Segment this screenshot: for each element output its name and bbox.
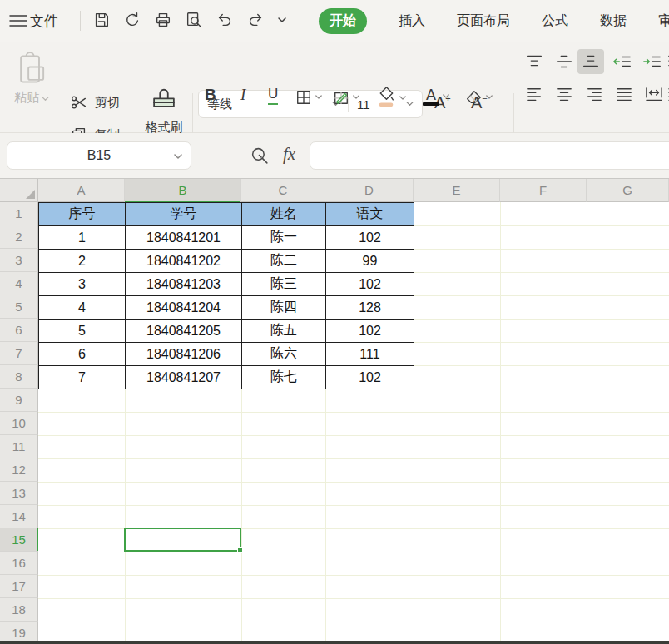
- cell-B6[interactable]: 1840841205: [126, 320, 242, 343]
- row-header-7[interactable]: 7: [0, 342, 38, 365]
- cell-D3[interactable]: 99: [326, 250, 414, 273]
- tab-数据[interactable]: 数据: [600, 12, 627, 30]
- row-header-3[interactable]: 3: [0, 249, 38, 272]
- fx-icon[interactable]: fx: [283, 144, 295, 165]
- column-header-C[interactable]: C: [241, 179, 325, 202]
- cell-B7[interactable]: 1840841206: [126, 343, 242, 366]
- row-header-12[interactable]: 12: [0, 458, 38, 482]
- column-header-D[interactable]: D: [325, 179, 414, 202]
- align-right-button[interactable]: [581, 83, 607, 107]
- cell-D7[interactable]: 111: [326, 343, 414, 366]
- main-menu-icon[interactable]: [9, 14, 27, 27]
- cell-B5[interactable]: 1840841204: [126, 296, 242, 320]
- cell-C4[interactable]: 陈三: [242, 273, 326, 296]
- cell-A3[interactable]: 2: [39, 250, 126, 273]
- row-header-13[interactable]: 13: [0, 482, 38, 505]
- cell-B3[interactable]: 1840841202: [126, 250, 242, 273]
- font-color-button[interactable]: A: [423, 87, 449, 106]
- cell-A5[interactable]: 4: [39, 296, 126, 320]
- cell-D1[interactable]: 语文: [326, 203, 414, 226]
- print-preview-icon[interactable]: [184, 9, 204, 31]
- align-left-button[interactable]: [521, 83, 548, 107]
- tab-公式[interactable]: 公式: [542, 12, 568, 30]
- undo-icon[interactable]: [215, 9, 235, 31]
- clipped-tool-button[interactable]: [664, 83, 669, 107]
- name-box[interactable]: B15: [7, 141, 191, 170]
- cell-B4[interactable]: 1840841203: [126, 273, 242, 296]
- cell-C1[interactable]: 姓名: [242, 203, 326, 226]
- row-header-11[interactable]: 11: [0, 435, 38, 458]
- row-header-18[interactable]: 18: [0, 598, 38, 622]
- cell-D5[interactable]: 128: [326, 296, 414, 320]
- formula-input[interactable]: [310, 141, 669, 170]
- row-header-10[interactable]: 10: [0, 412, 38, 435]
- save-icon[interactable]: [92, 9, 112, 31]
- draw-border-button[interactable]: [333, 89, 359, 106]
- align-middle-button[interactable]: [551, 50, 577, 73]
- eraser-button[interactable]: [464, 89, 493, 106]
- redo-icon[interactable]: [245, 9, 265, 31]
- cell-B8[interactable]: 1840841207: [126, 366, 242, 389]
- cell-C2[interactable]: 陈一: [242, 226, 326, 250]
- clipped-tool-button[interactable]: [664, 50, 669, 73]
- export-pdf-icon[interactable]: [122, 9, 142, 31]
- cell-C5[interactable]: 陈四: [242, 296, 326, 320]
- justify-button[interactable]: [611, 83, 637, 107]
- indent-increase-button[interactable]: [639, 50, 666, 73]
- borders-button[interactable]: [295, 89, 322, 106]
- format-painter-button[interactable]: 格式刷: [136, 87, 191, 136]
- cell-C8[interactable]: 陈七: [242, 366, 326, 389]
- row-header-15[interactable]: 15: [0, 528, 38, 552]
- row-header-17[interactable]: 17: [0, 575, 38, 598]
- tab-插入[interactable]: 插入: [399, 12, 425, 30]
- cell-A2[interactable]: 1: [39, 226, 126, 250]
- row-header-16[interactable]: 16: [0, 552, 38, 575]
- row-header-2[interactable]: 2: [0, 225, 38, 249]
- cell-A8[interactable]: 7: [39, 366, 126, 389]
- cell-B1[interactable]: 学号: [126, 203, 242, 226]
- fill-color-button[interactable]: [376, 87, 406, 109]
- cell-B2[interactable]: 1840841201: [126, 226, 242, 250]
- align-bottom-button[interactable]: [577, 49, 604, 74]
- cell-A6[interactable]: 5: [39, 320, 126, 343]
- tab-页面布局[interactable]: 页面布局: [457, 12, 510, 30]
- cell-C6[interactable]: 陈五: [242, 320, 326, 343]
- cell-A4[interactable]: 3: [39, 273, 126, 296]
- cell-C7[interactable]: 陈六: [242, 343, 326, 366]
- search-icon[interactable]: [250, 146, 270, 166]
- cell-D6[interactable]: 102: [326, 320, 414, 343]
- align-center-button[interactable]: [551, 83, 577, 107]
- column-header-B[interactable]: B: [125, 179, 241, 202]
- row-header-6[interactable]: 6: [0, 319, 38, 342]
- cell-D2[interactable]: 102: [326, 226, 414, 250]
- row-header-1[interactable]: 1: [0, 202, 38, 225]
- cell-A1[interactable]: 序号: [39, 203, 126, 226]
- more-commands-caret-icon[interactable]: [276, 9, 288, 31]
- column-header-G[interactable]: G: [587, 179, 669, 202]
- cell-D4[interactable]: 102: [326, 273, 414, 296]
- column-header-F[interactable]: F: [500, 179, 587, 202]
- indent-decrease-button[interactable]: [609, 50, 636, 73]
- row-header-5[interactable]: 5: [0, 295, 38, 319]
- paste-button[interactable]: 粘贴: [5, 45, 58, 120]
- italic-button[interactable]: I: [240, 86, 245, 104]
- tab-审阅[interactable]: 审阅: [658, 12, 669, 30]
- row-header-4[interactable]: 4: [0, 272, 38, 295]
- bold-button[interactable]: B: [205, 86, 216, 104]
- cell-D8[interactable]: 102: [326, 366, 414, 389]
- tab-开始[interactable]: 开始: [319, 8, 367, 34]
- cell-C3[interactable]: 陈二: [242, 250, 326, 273]
- spreadsheet-grid[interactable]: ABCDEFG12345678910111213141516171819序号学号…: [0, 179, 669, 644]
- underline-button[interactable]: U: [268, 86, 278, 105]
- fill-handle[interactable]: [237, 547, 243, 553]
- cell-A7[interactable]: 6: [39, 343, 126, 366]
- cut-button[interactable]: 剪切: [70, 93, 120, 111]
- row-header-9[interactable]: 9: [0, 389, 38, 412]
- file-menu-button[interactable]: 文件: [30, 12, 58, 31]
- select-all-corner[interactable]: [0, 179, 38, 202]
- row-header-14[interactable]: 14: [0, 505, 38, 528]
- print-icon[interactable]: [153, 9, 173, 31]
- column-header-A[interactable]: A: [38, 179, 125, 202]
- row-header-8[interactable]: 8: [0, 365, 38, 389]
- column-header-E[interactable]: E: [414, 179, 500, 202]
